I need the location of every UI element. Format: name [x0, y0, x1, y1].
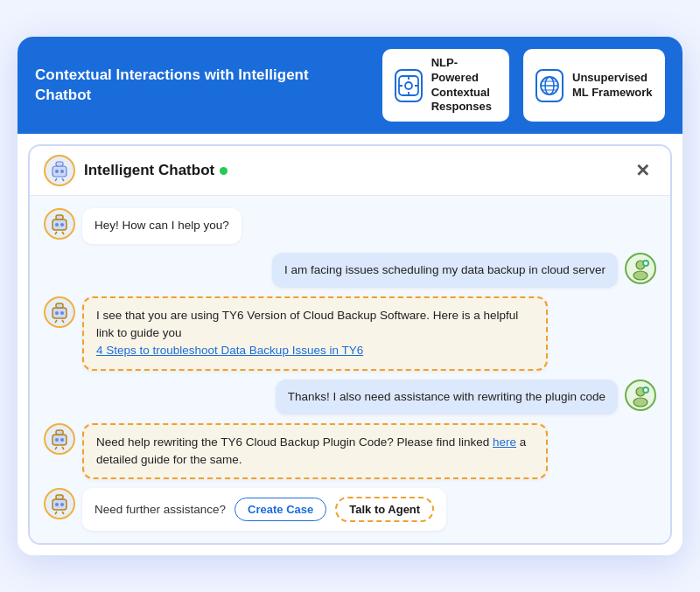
feature-nlp: NLP-Powered Contextual Responses — [382, 49, 509, 122]
svg-line-16 — [55, 178, 57, 181]
svg-rect-29 — [56, 303, 63, 308]
chatbot-header-avatar — [44, 155, 75, 186]
svg-rect-38 — [52, 435, 66, 445]
svg-rect-44 — [52, 499, 66, 510]
nlp-icon — [395, 69, 423, 102]
svg-point-14 — [55, 170, 59, 173]
message-3: I see that you are using TY6 Version of … — [44, 296, 656, 371]
nlp-label: NLP-Powered Contextual Responses — [431, 56, 497, 115]
user-avatar-2 — [625, 380, 656, 411]
svg-rect-11 — [52, 166, 66, 177]
message-2: I am facing issues scheduling my data ba… — [44, 253, 656, 288]
bot-avatar-2 — [44, 296, 75, 328]
svg-rect-18 — [52, 219, 66, 230]
online-indicator — [220, 167, 228, 175]
message-4: Thanks! I also need assistance with rewr… — [44, 380, 656, 414]
message-6-action: Need further assistance? Create Case Tal… — [44, 488, 656, 531]
close-button[interactable]: ✕ — [628, 157, 656, 185]
svg-point-27 — [644, 261, 648, 265]
bot-avatar-4 — [44, 488, 75, 519]
svg-point-21 — [60, 223, 64, 226]
svg-line-23 — [62, 232, 64, 234]
chat-messages: Hey! How can I help you? I am facing iss… — [30, 196, 670, 543]
svg-point-1 — [405, 82, 412, 89]
plugin-link[interactable]: here — [493, 435, 516, 449]
banner-title: Contextual Interactions with Intelligent… — [35, 66, 361, 104]
svg-line-43 — [62, 447, 64, 449]
chat-header: Intelligent Chatbot ✕ — [30, 146, 670, 196]
ml-icon — [536, 69, 564, 102]
bot-avatar-3 — [44, 423, 75, 455]
svg-point-15 — [60, 170, 64, 173]
svg-line-49 — [62, 512, 64, 514]
svg-point-46 — [55, 503, 59, 506]
svg-line-32 — [55, 320, 57, 323]
banner-features: NLP-Powered Contextual Responses Unsuper… — [382, 49, 665, 122]
svg-rect-45 — [56, 495, 63, 499]
user-avatar-1 — [625, 253, 656, 284]
svg-point-37 — [644, 388, 648, 392]
svg-line-17 — [62, 178, 64, 181]
create-case-button[interactable]: Create Case — [234, 498, 326, 521]
svg-rect-28 — [52, 308, 66, 318]
chat-title: Intelligent Chatbot — [84, 162, 620, 179]
svg-rect-12 — [56, 162, 63, 166]
svg-point-41 — [60, 438, 64, 442]
action-bubble: Need further assistance? Create Case Tal… — [82, 488, 446, 531]
bot-avatar-1 — [44, 208, 75, 240]
top-banner: Contextual Interactions with Intelligent… — [18, 37, 682, 135]
action-text: Need further assistance? — [94, 501, 226, 519]
svg-point-47 — [60, 503, 64, 506]
svg-point-31 — [60, 311, 64, 315]
message-1: Hey! How can I help you? — [44, 208, 656, 243]
ml-label: Unsupervised ML Framework — [572, 71, 653, 101]
bot-message-1: Hey! How can I help you? — [82, 208, 242, 243]
svg-line-33 — [62, 320, 64, 323]
backup-link[interactable]: 4 Steps to troubleshoot Data Backup Issu… — [96, 344, 363, 357]
svg-rect-19 — [56, 215, 63, 219]
svg-line-22 — [55, 232, 57, 234]
feature-ml: Unsupervised ML Framework — [523, 49, 665, 122]
user-message-2: Thanks! I also need assistance with rewr… — [276, 380, 618, 414]
svg-point-35 — [634, 398, 648, 407]
svg-point-25 — [634, 271, 648, 280]
bot-message-3: Need help rewriting the TY6 Cloud Backup… — [82, 423, 548, 480]
svg-point-20 — [55, 223, 59, 226]
svg-line-48 — [55, 512, 57, 514]
chat-panel: Intelligent Chatbot ✕ — [28, 144, 672, 545]
main-container: Contextual Interactions with Intelligent… — [18, 37, 682, 556]
svg-line-42 — [55, 447, 57, 449]
svg-point-30 — [55, 311, 59, 315]
svg-rect-39 — [56, 430, 63, 435]
svg-point-40 — [55, 438, 59, 442]
user-message-1: I am facing issues scheduling my data ba… — [272, 253, 618, 288]
message-5: Need help rewriting the TY6 Cloud Backup… — [44, 423, 656, 480]
talk-to-agent-button[interactable]: Talk to Agent — [335, 497, 434, 522]
bot-message-2: I see that you are using TY6 Version of … — [82, 296, 548, 371]
